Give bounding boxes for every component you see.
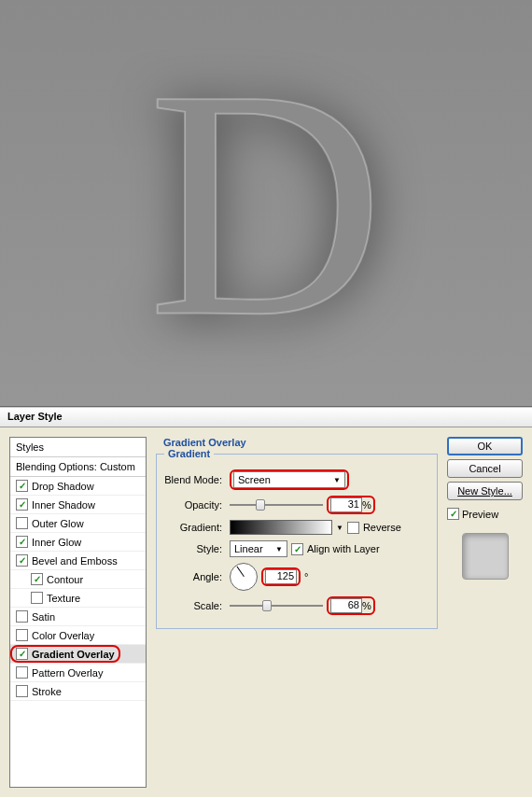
style-row-contour[interactable]: ✓Contour bbox=[10, 570, 146, 589]
style-checkbox[interactable] bbox=[16, 685, 28, 697]
style-row-inner-glow[interactable]: ✓Inner Glow bbox=[10, 533, 146, 552]
panel-title: Gradient Overlay bbox=[160, 437, 438, 448]
style-label: Texture bbox=[47, 593, 80, 604]
style-label: Contour bbox=[47, 574, 83, 585]
canvas-preview: D bbox=[0, 0, 532, 407]
style-row-texture[interactable]: Texture bbox=[10, 589, 146, 608]
angle-dial[interactable] bbox=[230, 563, 258, 591]
styles-header[interactable]: Styles bbox=[10, 438, 146, 457]
style-row-satin[interactable]: Satin bbox=[10, 608, 146, 626]
new-style-button[interactable]: New Style... bbox=[447, 482, 523, 500]
style-row-drop-shadow[interactable]: ✓Drop Shadow bbox=[10, 477, 146, 496]
style-row-pattern-overlay[interactable]: Pattern Overlay bbox=[10, 664, 146, 682]
align-label: Align with Layer bbox=[307, 543, 380, 554]
scale-slider[interactable] bbox=[230, 599, 323, 612]
angle-unit: ° bbox=[304, 571, 308, 582]
style-checkbox[interactable]: ✓ bbox=[16, 536, 28, 548]
style-row-stroke[interactable]: Stroke bbox=[10, 682, 146, 701]
style-label: Gradient Overlay bbox=[32, 649, 115, 660]
fieldset-legend: Gradient bbox=[164, 448, 214, 459]
reverse-checkbox[interactable] bbox=[347, 522, 359, 534]
cancel-button[interactable]: Cancel bbox=[447, 459, 523, 478]
style-row-gradient-overlay[interactable]: ✓Gradient Overlay bbox=[10, 645, 146, 664]
angle-input[interactable]: 125 bbox=[265, 569, 297, 584]
blend-mode-label: Blend Mode: bbox=[164, 474, 222, 485]
style-row-inner-shadow[interactable]: ✓Inner Shadow bbox=[10, 496, 146, 514]
style-label: Drop Shadow bbox=[32, 481, 94, 492]
opacity-input[interactable]: 31 bbox=[330, 497, 362, 512]
rendered-letter: D bbox=[148, 15, 385, 391]
style-row-color-overlay[interactable]: Color Overlay bbox=[10, 626, 146, 645]
reverse-label: Reverse bbox=[363, 522, 401, 533]
angle-label: Angle: bbox=[164, 571, 222, 582]
opacity-label: Opacity: bbox=[164, 499, 222, 511]
blend-mode-select[interactable]: Screen▼ bbox=[233, 471, 345, 488]
style-label: Bevel and Emboss bbox=[32, 555, 118, 567]
style-label: Pattern Overlay bbox=[32, 667, 103, 679]
preview-checkbox[interactable]: ✓ bbox=[447, 508, 459, 520]
chevron-down-icon: ▼ bbox=[333, 476, 341, 484]
chevron-down-icon: ▼ bbox=[275, 545, 283, 553]
style-select[interactable]: Linear▼ bbox=[230, 540, 287, 557]
style-label: Outer Glow bbox=[32, 518, 84, 529]
chevron-down-icon[interactable]: ▼ bbox=[336, 524, 343, 532]
styles-list-panel: Styles Blending Options: Custom ✓Drop Sh… bbox=[9, 437, 147, 788]
style-checkbox[interactable] bbox=[16, 666, 28, 679]
settings-panel: Gradient Overlay Gradient Blend Mode: Sc… bbox=[156, 437, 438, 788]
align-checkbox[interactable]: ✓ bbox=[291, 543, 303, 555]
style-row-bevel-and-emboss[interactable]: ✓Bevel and Emboss bbox=[10, 552, 146, 570]
style-row-outer-glow[interactable]: Outer Glow bbox=[10, 514, 146, 533]
style-label: Style: bbox=[164, 543, 222, 554]
style-checkbox[interactable]: ✓ bbox=[16, 554, 28, 567]
style-checkbox[interactable] bbox=[16, 610, 28, 623]
gradient-label: Gradient: bbox=[164, 522, 222, 533]
preview-swatch bbox=[462, 533, 509, 580]
style-checkbox[interactable] bbox=[16, 629, 28, 641]
dialog-title: Layer Style bbox=[0, 407, 532, 427]
style-checkbox[interactable]: ✓ bbox=[16, 648, 28, 660]
scale-input[interactable]: 68 bbox=[330, 598, 362, 613]
style-checkbox[interactable]: ✓ bbox=[16, 498, 28, 511]
style-label: Inner Glow bbox=[32, 537, 81, 548]
preview-label: Preview bbox=[462, 509, 498, 520]
ok-button[interactable]: OK bbox=[447, 437, 523, 455]
style-label: Satin bbox=[32, 611, 55, 623]
style-checkbox[interactable]: ✓ bbox=[31, 573, 43, 585]
gradient-fieldset: Gradient Blend Mode: Screen▼ Opacity: 31… bbox=[156, 454, 438, 629]
opacity-unit: % bbox=[362, 499, 371, 511]
style-label: Stroke bbox=[32, 686, 62, 697]
style-checkbox[interactable] bbox=[16, 517, 28, 529]
button-panel: OK Cancel New Style... ✓ Preview bbox=[447, 437, 523, 788]
style-label: Inner Shadow bbox=[32, 499, 95, 511]
scale-label: Scale: bbox=[164, 600, 222, 611]
style-checkbox[interactable]: ✓ bbox=[16, 480, 28, 492]
opacity-slider[interactable] bbox=[230, 498, 323, 511]
layer-style-dialog: Styles Blending Options: Custom ✓Drop Sh… bbox=[0, 427, 532, 797]
blending-options-row[interactable]: Blending Options: Custom bbox=[10, 457, 146, 477]
gradient-picker[interactable] bbox=[230, 520, 332, 535]
style-checkbox[interactable] bbox=[31, 592, 43, 604]
style-label: Color Overlay bbox=[32, 630, 94, 641]
scale-unit: % bbox=[362, 600, 371, 611]
